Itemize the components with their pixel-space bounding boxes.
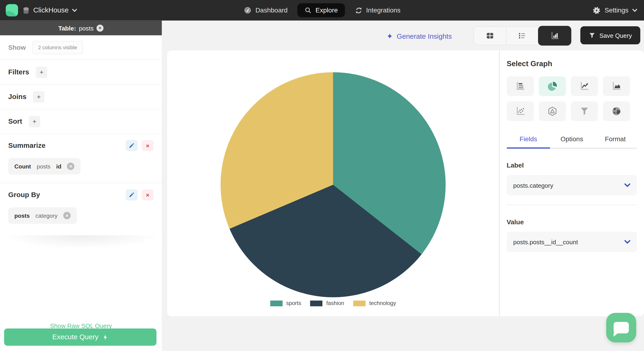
summarize-chip[interactable]: Count posts id × (8, 158, 81, 174)
view-chart-button[interactable] (538, 26, 572, 46)
summarize-label: Summarize (8, 142, 126, 150)
chart-card: sports fashion technology (167, 50, 500, 316)
view-list-button[interactable] (506, 27, 538, 45)
chip-table-name: posts (37, 163, 51, 170)
table-name: posts (79, 24, 94, 32)
sort-row: Sort + (0, 109, 162, 134)
execute-query-label: Execute Query (52, 333, 98, 341)
remove-group-by-button[interactable]: × (142, 189, 154, 200)
graph-type-line[interactable] (571, 76, 598, 96)
bolt-icon (102, 334, 108, 341)
generate-insights-label: Generate Insights (397, 32, 452, 40)
nav-item-label: Explore (316, 6, 338, 14)
globe-icon (611, 106, 622, 117)
chat-widget-button[interactable] (606, 313, 636, 342)
settings-label: Settings (604, 6, 628, 14)
show-label: Show (8, 44, 26, 51)
chip-column-name: id (56, 163, 62, 170)
chevron-down-icon (624, 240, 630, 244)
sparkle-icon: ✦ (386, 32, 393, 41)
show-row: Show 2 columns visible (0, 36, 162, 60)
legend-swatch (270, 300, 282, 306)
select-graph-title: Select Graph (507, 60, 644, 68)
aggregate-name: Count (14, 163, 31, 170)
view-table-button[interactable] (474, 27, 506, 45)
tab-fields[interactable]: Fields (507, 132, 550, 149)
label-heading: Label (507, 162, 644, 170)
save-query-label: Save Query (600, 32, 632, 39)
graph-type-scatter[interactable] (507, 101, 534, 121)
remove-chip-button[interactable]: × (67, 162, 75, 170)
value-heading: Value (507, 218, 644, 226)
add-filter-button[interactable]: + (36, 66, 47, 78)
graph-type-radar[interactable] (538, 101, 566, 121)
legend-item[interactable]: fashion (310, 300, 344, 306)
graph-type-map[interactable] (603, 101, 630, 121)
query-builder-sidebar: Table: posts × Show 2 columns visible Fi… (0, 21, 162, 351)
section-list-shadow (0, 235, 162, 250)
nav-item-integrations[interactable]: Integrations (354, 6, 400, 14)
nav-menu: Dashboard Explore (244, 0, 400, 21)
chevron-down-icon (72, 8, 77, 12)
database-icon (22, 6, 30, 14)
brand-name: ClickHouse (33, 6, 68, 14)
label-select-value: posts.category (513, 182, 624, 189)
top-navbar: ClickHouse Dashboard (0, 0, 644, 21)
chat-icon (614, 322, 629, 334)
group-by-section: Group By × posts category × (0, 183, 162, 232)
integrations-icon (354, 6, 362, 14)
filters-label: Filters (8, 68, 29, 76)
save-funnel-icon (588, 32, 596, 39)
line-chart-icon (579, 81, 590, 92)
selected-table-bar: Table: posts × (0, 21, 162, 36)
generate-insights-button[interactable]: ✦ Generate Insights (386, 32, 452, 41)
legend-label: fashion (326, 300, 344, 306)
tab-options[interactable]: Options (550, 132, 594, 148)
app-logo (6, 4, 18, 17)
value-select[interactable]: posts.posts__id__count (507, 232, 637, 252)
pencil-icon (128, 142, 135, 148)
tab-format[interactable]: Format (594, 132, 637, 148)
graph-type-area[interactable] (603, 76, 630, 96)
chip-column-name: category (36, 212, 58, 219)
group-by-chip[interactable]: posts category × (8, 208, 77, 224)
legend-label: technology (369, 300, 396, 306)
legend-item[interactable]: sports (270, 300, 301, 306)
legend-swatch (310, 300, 323, 306)
add-sort-button[interactable]: + (29, 116, 40, 127)
remove-summarize-button[interactable]: × (142, 140, 154, 151)
remove-chip-button[interactable]: × (63, 212, 71, 220)
pie-chart[interactable] (220, 72, 446, 297)
label-select[interactable]: posts.category (507, 175, 637, 196)
edit-group-by-button[interactable] (126, 189, 138, 200)
chip-table-name: posts (14, 212, 30, 219)
nav-item-label: Integrations (366, 6, 400, 14)
dashboard-icon (244, 6, 252, 14)
edit-summarize-button[interactable] (126, 140, 138, 151)
pencil-icon (128, 192, 135, 198)
nav-item-dashboard[interactable]: Dashboard (244, 6, 288, 14)
legend-swatch (353, 300, 366, 306)
view-list-icon (518, 31, 527, 40)
add-join-button[interactable]: + (33, 91, 44, 102)
legend-label: sports (286, 300, 301, 306)
graph-type-horizontal-bar[interactable] (507, 76, 534, 96)
radar-chart-icon (547, 106, 558, 117)
execute-query-button[interactable]: Execute Query (4, 328, 156, 346)
legend-item[interactable]: technology (353, 300, 396, 306)
graph-type-funnel[interactable] (571, 101, 598, 121)
nav-item-explore[interactable]: Explore (297, 3, 345, 17)
joins-row: Joins + (0, 85, 162, 109)
summarize-section: Summarize × Count posts id × (0, 134, 162, 183)
app-window: ClickHouse Dashboard (0, 0, 644, 351)
settings-menu[interactable]: Settings (592, 0, 638, 21)
chart-legend: sports fashion technology (167, 300, 499, 306)
chevron-down-icon (624, 183, 630, 188)
brand-switcher[interactable]: ClickHouse (6, 0, 77, 21)
graph-type-pie[interactable] (538, 76, 566, 96)
save-query-button[interactable]: Save Query (580, 26, 640, 44)
columns-visible-badge[interactable]: 2 columns visible (32, 41, 83, 54)
area-chart-icon (611, 81, 622, 92)
group-by-label: Group By (8, 191, 126, 199)
remove-table-button[interactable]: × (96, 24, 104, 32)
